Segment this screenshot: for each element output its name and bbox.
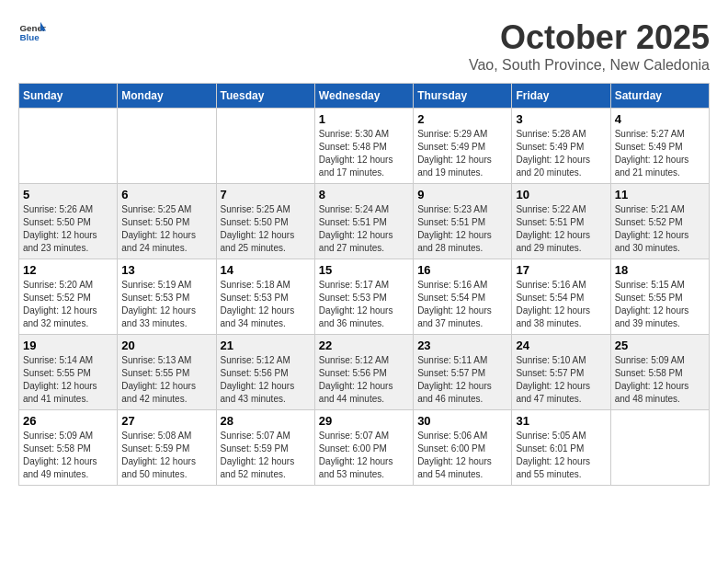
calendar-cell: 4Sunrise: 5:27 AMSunset: 5:49 PMDaylight… — [610, 109, 709, 184]
day-number: 23 — [417, 339, 507, 352]
calendar-cell: 24Sunrise: 5:10 AMSunset: 5:57 PMDayligh… — [512, 335, 610, 410]
calendar-week-5: 26Sunrise: 5:09 AMSunset: 5:58 PMDayligh… — [19, 410, 710, 486]
day-info: Sunrise: 5:16 AMSunset: 5:54 PMDaylight:… — [417, 279, 507, 330]
day-info: Sunrise: 5:25 AMSunset: 5:50 PMDaylight:… — [121, 203, 211, 255]
day-info: Sunrise: 5:14 AMSunset: 5:55 PMDaylight:… — [23, 354, 113, 406]
calendar-cell: 21Sunrise: 5:12 AMSunset: 5:56 PMDayligh… — [216, 335, 314, 410]
day-header-monday: Monday — [118, 84, 216, 109]
calendar-cell: 9Sunrise: 5:23 AMSunset: 5:51 PMDaylight… — [414, 184, 512, 259]
calendar-body: 1Sunrise: 5:30 AMSunset: 5:48 PMDaylight… — [19, 109, 710, 486]
calendar-cell: 2Sunrise: 5:29 AMSunset: 5:49 PMDaylight… — [414, 109, 512, 184]
day-info: Sunrise: 5:28 AMSunset: 5:49 PMDaylight:… — [516, 128, 606, 179]
day-number: 4 — [615, 112, 705, 126]
day-number: 6 — [121, 188, 211, 201]
day-info: Sunrise: 5:13 AMSunset: 5:55 PMDaylight:… — [121, 354, 211, 406]
day-info: Sunrise: 5:12 AMSunset: 5:56 PMDaylight:… — [221, 354, 311, 406]
calendar-cell: 10Sunrise: 5:22 AMSunset: 5:51 PMDayligh… — [512, 184, 610, 259]
calendar-cell: 27Sunrise: 5:08 AMSunset: 5:59 PMDayligh… — [118, 410, 216, 486]
day-info: Sunrise: 5:26 AMSunset: 5:50 PMDaylight:… — [23, 203, 113, 255]
title-section: October 2025 Vao, South Province, New Ca… — [469, 18, 710, 74]
day-number: 15 — [319, 263, 409, 277]
day-number: 30 — [417, 414, 507, 428]
calendar-week-2: 5Sunrise: 5:26 AMSunset: 5:50 PMDaylight… — [19, 184, 710, 259]
calendar-cell — [216, 109, 314, 184]
calendar-cell: 19Sunrise: 5:14 AMSunset: 5:55 PMDayligh… — [19, 335, 118, 410]
calendar: SundayMondayTuesdayWednesdayThursdayFrid… — [18, 83, 710, 486]
day-info: Sunrise: 5:29 AMSunset: 5:49 PMDaylight:… — [417, 128, 507, 179]
day-info: Sunrise: 5:07 AMSunset: 6:00 PMDaylight:… — [319, 430, 409, 481]
day-header-saturday: Saturday — [610, 84, 709, 109]
day-info: Sunrise: 5:06 AMSunset: 6:00 PMDaylight:… — [417, 430, 507, 481]
day-info: Sunrise: 5:24 AMSunset: 5:51 PMDaylight:… — [319, 203, 409, 255]
day-info: Sunrise: 5:12 AMSunset: 5:56 PMDaylight:… — [319, 354, 409, 406]
day-info: Sunrise: 5:09 AMSunset: 5:58 PMDaylight:… — [615, 354, 705, 406]
day-number: 25 — [615, 339, 705, 352]
day-header-friday: Friday — [512, 84, 610, 109]
calendar-cell: 30Sunrise: 5:06 AMSunset: 6:00 PMDayligh… — [414, 410, 512, 486]
calendar-cell: 13Sunrise: 5:19 AMSunset: 5:53 PMDayligh… — [118, 259, 216, 335]
day-info: Sunrise: 5:27 AMSunset: 5:49 PMDaylight:… — [615, 128, 705, 179]
calendar-cell: 6Sunrise: 5:25 AMSunset: 5:50 PMDaylight… — [118, 184, 216, 259]
calendar-cell: 29Sunrise: 5:07 AMSunset: 6:00 PMDayligh… — [314, 410, 413, 486]
day-info: Sunrise: 5:20 AMSunset: 5:52 PMDaylight:… — [23, 279, 113, 330]
day-number: 16 — [417, 263, 507, 277]
day-number: 31 — [516, 414, 606, 428]
calendar-cell: 14Sunrise: 5:18 AMSunset: 5:53 PMDayligh… — [216, 259, 314, 335]
day-info: Sunrise: 5:17 AMSunset: 5:53 PMDaylight:… — [319, 279, 409, 330]
day-header-wednesday: Wednesday — [314, 84, 413, 109]
calendar-cell — [19, 109, 118, 184]
calendar-cell: 15Sunrise: 5:17 AMSunset: 5:53 PMDayligh… — [314, 259, 413, 335]
day-info: Sunrise: 5:25 AMSunset: 5:50 PMDaylight:… — [221, 203, 311, 255]
day-number: 27 — [121, 414, 211, 428]
day-info: Sunrise: 5:08 AMSunset: 5:59 PMDaylight:… — [121, 430, 211, 481]
day-number: 10 — [516, 188, 606, 201]
day-number: 13 — [121, 263, 211, 277]
calendar-cell: 17Sunrise: 5:16 AMSunset: 5:54 PMDayligh… — [512, 259, 610, 335]
day-info: Sunrise: 5:11 AMSunset: 5:57 PMDaylight:… — [417, 354, 507, 406]
day-number: 22 — [319, 339, 409, 352]
day-header-sunday: Sunday — [19, 84, 118, 109]
calendar-cell: 11Sunrise: 5:21 AMSunset: 5:52 PMDayligh… — [610, 184, 709, 259]
day-number: 19 — [23, 339, 113, 352]
calendar-header-row: SundayMondayTuesdayWednesdayThursdayFrid… — [19, 84, 710, 109]
day-info: Sunrise: 5:09 AMSunset: 5:58 PMDaylight:… — [23, 430, 113, 481]
day-number: 1 — [319, 112, 409, 126]
day-info: Sunrise: 5:30 AMSunset: 5:48 PMDaylight:… — [319, 128, 409, 179]
calendar-week-1: 1Sunrise: 5:30 AMSunset: 5:48 PMDaylight… — [19, 109, 710, 184]
day-number: 18 — [615, 263, 705, 277]
day-info: Sunrise: 5:16 AMSunset: 5:54 PMDaylight:… — [516, 279, 606, 330]
calendar-cell: 26Sunrise: 5:09 AMSunset: 5:58 PMDayligh… — [19, 410, 118, 486]
location-title: Vao, South Province, New Caledonia — [469, 57, 710, 74]
day-number: 9 — [417, 188, 507, 201]
calendar-cell: 31Sunrise: 5:05 AMSunset: 6:01 PMDayligh… — [512, 410, 610, 486]
day-header-thursday: Thursday — [414, 84, 512, 109]
day-number: 3 — [516, 112, 606, 126]
day-number: 21 — [221, 339, 311, 352]
calendar-cell: 18Sunrise: 5:15 AMSunset: 5:55 PMDayligh… — [610, 259, 709, 335]
calendar-week-4: 19Sunrise: 5:14 AMSunset: 5:55 PMDayligh… — [19, 335, 710, 410]
day-info: Sunrise: 5:22 AMSunset: 5:51 PMDaylight:… — [516, 203, 606, 255]
calendar-cell: 3Sunrise: 5:28 AMSunset: 5:49 PMDaylight… — [512, 109, 610, 184]
day-number: 5 — [23, 188, 113, 201]
day-number: 8 — [319, 188, 409, 201]
day-info: Sunrise: 5:19 AMSunset: 5:53 PMDaylight:… — [121, 279, 211, 330]
logo: General Blue — [18, 18, 46, 46]
day-number: 29 — [319, 414, 409, 428]
calendar-cell: 28Sunrise: 5:07 AMSunset: 5:59 PMDayligh… — [216, 410, 314, 486]
day-info: Sunrise: 5:21 AMSunset: 5:52 PMDaylight:… — [615, 203, 705, 255]
day-info: Sunrise: 5:15 AMSunset: 5:55 PMDaylight:… — [615, 279, 705, 330]
day-info: Sunrise: 5:05 AMSunset: 6:01 PMDaylight:… — [516, 430, 606, 481]
calendar-cell: 7Sunrise: 5:25 AMSunset: 5:50 PMDaylight… — [216, 184, 314, 259]
day-info: Sunrise: 5:18 AMSunset: 5:53 PMDaylight:… — [221, 279, 311, 330]
calendar-cell: 1Sunrise: 5:30 AMSunset: 5:48 PMDaylight… — [314, 109, 413, 184]
header: General Blue October 2025 Vao, South Pro… — [18, 18, 710, 74]
day-number: 20 — [121, 339, 211, 352]
day-number: 26 — [23, 414, 113, 428]
day-number: 14 — [221, 263, 311, 277]
day-info: Sunrise: 5:23 AMSunset: 5:51 PMDaylight:… — [417, 203, 507, 255]
day-number: 28 — [221, 414, 311, 428]
day-number: 17 — [516, 263, 606, 277]
month-title: October 2025 — [469, 18, 710, 57]
day-number: 7 — [221, 188, 311, 201]
day-number: 2 — [417, 112, 507, 126]
